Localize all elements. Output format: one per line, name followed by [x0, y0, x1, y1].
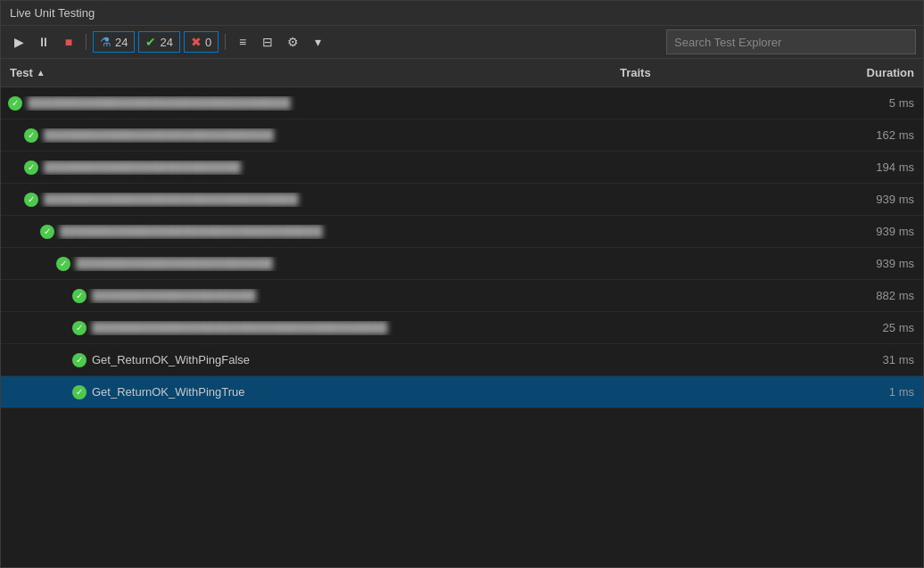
duration-cell: 25 ms [789, 321, 923, 334]
pass-icon: ✓ [72, 385, 87, 399]
test-label: ███████████████████████████████ [44, 193, 299, 206]
duration-cell: 882 ms [789, 289, 923, 302]
test-label: ████████████████████████ [44, 161, 241, 174]
flask-count-button[interactable]: ⚗ 24 [93, 31, 135, 53]
traits-column-header[interactable]: Traits [611, 62, 789, 83]
flask-count-label: 24 [115, 36, 128, 49]
divider-1 [86, 34, 87, 50]
search-box [666, 29, 916, 54]
pass-icon: ✓ [72, 321, 87, 335]
collapse-icon: ⊟ [262, 35, 273, 49]
stop-button[interactable]: ■ [58, 31, 79, 53]
pass-icon: ✓ [24, 161, 38, 175]
test-row[interactable]: ✓ ███████████████████████████████ 939 ms [1, 184, 923, 216]
divider-2 [225, 34, 226, 50]
group-icon: ≡ [239, 35, 246, 49]
test-name-cell: ✓ ███████████████████████████████ [1, 193, 611, 207]
test-label: ████████████████████████████████ [60, 225, 323, 238]
duration-cell: 31 ms [789, 353, 923, 366]
fail-count-label: 0 [205, 36, 211, 49]
test-row[interactable]: ✓ ████████████████████████████████ 5 ms [1, 87, 923, 119]
flask-icon: ⚗ [100, 35, 111, 49]
pass-icon: ✓ [24, 193, 38, 207]
collapse-button[interactable]: ⊟ [257, 31, 278, 53]
pass-icon: ✓ [40, 225, 54, 239]
test-row[interactable]: ✓ Get_ReturnOK_WithPingTrue 1 ms [1, 376, 923, 408]
column-header-row: Test ▲ Traits Duration [1, 59, 923, 87]
group-button[interactable]: ≡ [232, 31, 253, 53]
settings-button[interactable]: ⚙ [282, 31, 303, 53]
test-name-cell: ✓ ████████████████████████████████ [1, 96, 611, 111]
test-name-cell: ✓ ████████████████████████ [1, 257, 611, 271]
test-name-cell: ✓ Get_ReturnOK_WithPingTrue [1, 385, 611, 399]
duration-cell: 194 ms [789, 161, 923, 174]
test-name-cell: ✓ ████████████████████████████████ [1, 225, 611, 239]
play-button[interactable]: ▶ [8, 31, 29, 53]
pass-icon: ✓ [72, 353, 87, 367]
test-name-cell: ✓ ████████████████████████████ [1, 128, 611, 143]
toolbar: ▶ ⏸ ■ ⚗ 24 ✔ 24 ✖ 0 ≡ ⊟ ⚙ [1, 26, 923, 59]
pass-count-label: 24 [160, 36, 172, 49]
test-row[interactable]: ✓ ████████████████████ 882 ms [1, 280, 923, 312]
sort-asc-icon: ▲ [37, 68, 45, 78]
pause-icon: ⏸ [37, 35, 50, 49]
window-title: Live Unit Testing [10, 6, 95, 20]
test-label: Get_ReturnOK_WithPingTrue [92, 385, 244, 399]
fail-count-button[interactable]: ✖ 0 [184, 31, 219, 53]
pause-button[interactable]: ⏸ [33, 31, 54, 53]
duration-cell: 939 ms [789, 225, 923, 238]
pass-icon: ✓ [56, 257, 70, 271]
play-icon: ▶ [14, 35, 24, 49]
title-bar: Live Unit Testing [1, 1, 923, 26]
test-row[interactable]: ✓ ████████████████████████████████████ 2… [1, 312, 923, 344]
test-label: ████████████████████████████████████ [92, 321, 388, 334]
error-icon: ✖ [191, 35, 202, 49]
duration-cell: 162 ms [789, 128, 923, 142]
test-row[interactable]: ✓ ████████████████████████████████ 939 m… [1, 216, 923, 248]
duration-cell: 939 ms [789, 193, 923, 206]
pass-count-button[interactable]: ✔ 24 [138, 31, 179, 53]
test-row[interactable]: ✓ ████████████████████████ 194 ms [1, 152, 923, 184]
stop-icon: ■ [65, 35, 72, 49]
main-window: Live Unit Testing ▶ ⏸ ■ ⚗ 24 ✔ 24 ✖ 0 ≡ [0, 0, 924, 568]
test-name-cell: ✓ ████████████████████████████████████ [1, 321, 611, 335]
test-label: ████████████████████████████████ [28, 96, 291, 110]
pass-icon: ✓ [72, 289, 87, 303]
duration-cell: 5 ms [789, 96, 923, 110]
test-label: Get_ReturnOK_WithPingFalse [92, 353, 250, 366]
test-label: ████████████████████ [92, 289, 256, 302]
test-name-cell: ✓ ████████████████████ [1, 289, 611, 303]
test-label: ████████████████████████ [76, 257, 273, 270]
test-name-cell: ✓ ████████████████████████ [1, 161, 611, 175]
duration-column-header[interactable]: Duration [789, 62, 923, 83]
test-row[interactable]: ✓ ████████████████████████████ 162 ms [1, 119, 923, 152]
test-list[interactable]: ✓ ████████████████████████████████ 5 ms … [1, 87, 923, 567]
pass-icon: ✓ [8, 96, 22, 111]
test-label: ████████████████████████████ [44, 128, 274, 142]
search-input[interactable] [674, 36, 908, 49]
dropdown-arrow-icon: ▾ [315, 35, 321, 49]
duration-cell: 1 ms [789, 385, 923, 399]
test-row[interactable]: ✓ Get_ReturnOK_WithPingFalse 31 ms [1, 344, 923, 376]
settings-icon: ⚙ [287, 35, 299, 49]
test-column-header[interactable]: Test ▲ [1, 62, 611, 83]
test-name-cell: ✓ Get_ReturnOK_WithPingFalse [1, 353, 611, 367]
test-row[interactable]: ✓ ████████████████████████ 939 ms [1, 248, 923, 280]
pass-icon: ✓ [24, 128, 38, 143]
check-icon: ✔ [145, 35, 156, 49]
settings-dropdown-button[interactable]: ▾ [307, 31, 328, 53]
duration-cell: 939 ms [789, 257, 923, 270]
